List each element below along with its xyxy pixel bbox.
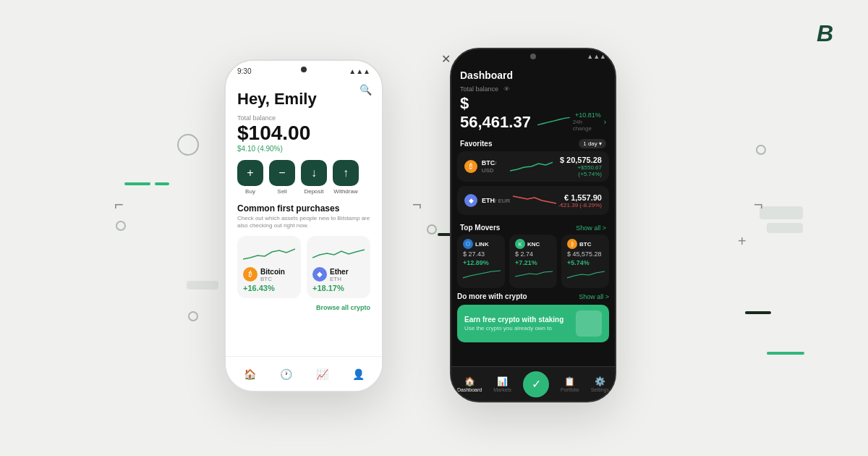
deco-bracket-right: ⌐ [412, 195, 422, 214]
signal-icons-light: ▲▲▲ [349, 67, 370, 75]
staking-banner[interactable]: Earn free crypto with staking Use the cr… [457, 305, 609, 342]
more-label: Do more with crypto [457, 292, 527, 300]
nav-dashboard[interactable]: 🏠 Dashboard [457, 376, 482, 392]
btc-fav-icon: ₿ [464, 160, 477, 173]
eth-mini-chart [312, 245, 365, 265]
btc-mover-chart [567, 268, 605, 281]
deco-circle-1 [177, 134, 199, 156]
eth-fav-left: ◆ ETH/ EUR [464, 194, 510, 207]
signal-icons-dark: ▲▲▲ [587, 53, 606, 60]
dark-header: Dashboard Total balance 👁 $ 56,461.37 +1… [451, 64, 615, 135]
top-movers-show-all[interactable]: Show all > [576, 224, 606, 232]
balance-row: $ 56,461.37 +10.81% 24h change › [460, 94, 606, 132]
brand-logo: B [817, 20, 833, 47]
nav-profile[interactable]: 👤 [352, 368, 365, 380]
balance-label: Total balance [237, 114, 370, 122]
browse-all-link[interactable]: Browse all crypto [237, 304, 370, 311]
movers-section: ⬡ LINK $ 27.43 +12.89% K KNC $ 2.74 +7 [451, 235, 615, 288]
mover-link[interactable]: ⬡ LINK $ 27.43 +12.89% [457, 235, 505, 288]
eth-fav-change: -€21.39 (-8.29%) [558, 202, 602, 208]
chevron-right-icon[interactable]: › [604, 118, 606, 126]
deposit-button[interactable]: ↓ Deposit [301, 160, 327, 195]
bitcoin-card[interactable]: ₿ Bitcoin BTC +16.43% [237, 236, 301, 298]
close-button[interactable]: ✕ [441, 52, 451, 66]
btc-sym: BTC [260, 276, 285, 282]
status-bar-dark: ▲▲▲ [451, 49, 615, 64]
withdraw-button[interactable]: ↑ Withdraw [333, 160, 359, 195]
balance-change: $4.10 (4.90%) [237, 145, 370, 153]
more-show-all[interactable]: Show all > [579, 293, 609, 300]
balance-change-pct: +10.81% [573, 111, 601, 119]
light-bottom-nav: 🏠 🕐 📈 👤 [226, 356, 382, 391]
nav-portfolio-dark[interactable]: 📋 Portfolio [561, 376, 579, 392]
deco-shape-1 [760, 206, 803, 219]
top-movers-label: Top Movers [460, 224, 500, 232]
balance-change-label: 24h change [573, 119, 601, 132]
eth-sym: ETH [330, 276, 349, 282]
time-filter-btn[interactable]: 1 day ▾ [579, 139, 606, 148]
search-icon[interactable]: 🔍 [359, 84, 372, 96]
knc-icon: K [515, 239, 525, 249]
buy-button[interactable]: + Buy [237, 160, 263, 195]
eth-favorite-item[interactable]: ◆ ETH/ EUR € 1,557.90 -€21.39 (-8.29%) [457, 186, 609, 215]
eye-icon[interactable]: 👁 [503, 85, 510, 93]
dark-balance-amount: $ 56,461.37 [460, 94, 537, 132]
btc-fav-left: ₿ BTC/ USD [464, 159, 510, 174]
ether-card[interactable]: ◆ Ether ETH +18.17% [307, 236, 370, 298]
greeting-text: Hey, Emily [237, 90, 370, 109]
deco-bracket-right2: ⌐ [754, 195, 763, 214]
btc-mover-icon: ₿ [567, 239, 577, 249]
sell-icon: − [269, 160, 295, 186]
action-buttons: + Buy − Sell ↓ Deposit ↑ Withdraw [237, 160, 370, 195]
nav-home[interactable]: 🏠 [244, 368, 256, 380]
nav-markets-dark[interactable]: 📊 Markets [493, 376, 511, 392]
balance-amount: $104.00 [237, 122, 370, 145]
nav-trade-button[interactable]: ✓ [523, 371, 549, 397]
staking-title: Earn free crypto with staking [464, 316, 563, 324]
buy-label: Buy [245, 188, 255, 195]
favorites-section-row: Favorites 1 day ▾ [451, 135, 615, 151]
light-phone: 9:30 ▲▲▲ 🔍 Hey, Emily Total balance $104… [224, 59, 383, 392]
status-bar-light: 9:30 ▲▲▲ [226, 61, 382, 81]
eth-fav-price: € 1,557.90 [558, 193, 602, 202]
camera-dot-light [301, 67, 307, 72]
staking-sub: Use the crypto you already own to [464, 325, 563, 332]
top-movers-row: Top Movers Show all > [451, 219, 615, 235]
dark-bottom-nav: 🏠 Dashboard 📊 Markets ✓ 📋 Portfolio ⚙️ S… [451, 366, 615, 401]
dark-phone: ▲▲▲ Dashboard Total balance 👁 $ 56,461.3… [450, 48, 616, 402]
link-icon: ⬡ [463, 239, 473, 249]
crypto-cards: ₿ Bitcoin BTC +16.43% ◆ [237, 236, 370, 298]
deco-circle-2 [116, 221, 126, 231]
more-row: Do more with crypto Show all > [457, 292, 609, 300]
mover-knc[interactable]: K KNC $ 2.74 +7.21% [509, 235, 557, 288]
mover-btc[interactable]: ₿ BTC $ 45,575.28 +5.74% [561, 235, 609, 288]
buy-icon: + [237, 160, 263, 186]
withdraw-label: Withdraw [333, 188, 357, 195]
nav-markets[interactable]: 📈 [316, 368, 328, 380]
nav-history[interactable]: 🕐 [280, 368, 292, 380]
common-purchases-sub: Check out which assets people new to Bit… [237, 215, 370, 230]
btc-pct: +16.43% [243, 284, 295, 292]
eth-chart [513, 190, 556, 211]
deposit-label: Deposit [304, 188, 323, 195]
dark-phone-content: Dashboard Total balance 👁 $ 56,461.37 +1… [451, 64, 615, 381]
btc-name: Bitcoin [260, 268, 285, 276]
time-light: 9:30 [237, 67, 251, 75]
deco-shape-3 [187, 281, 218, 290]
deco-bracket-left: ⌐ [114, 195, 124, 214]
btc-favorite-item[interactable]: ₿ BTC/ USD $ 20,575.28 +$550.67 (+5.74%) [457, 151, 609, 182]
link-mini-chart [463, 268, 501, 281]
deco-circle-3 [188, 311, 198, 321]
movers-scroll: ⬡ LINK $ 27.43 +12.89% K KNC $ 2.74 +7 [457, 235, 609, 288]
eth-icon: ◆ [312, 267, 327, 282]
btc-fav-change: +$550.67 (+5.74%) [553, 164, 602, 177]
sell-button[interactable]: − Sell [269, 160, 295, 195]
deco-shape-2 [767, 223, 803, 233]
deco-line-3 [767, 352, 804, 355]
deco-circle-5 [756, 145, 766, 155]
sell-label: Sell [277, 188, 286, 195]
nav-settings-dark[interactable]: ⚙️ Settings [591, 376, 609, 392]
btc-mini-chart [243, 245, 295, 265]
camera-dot-dark [530, 54, 536, 59]
eth-name: Ether [330, 268, 349, 276]
